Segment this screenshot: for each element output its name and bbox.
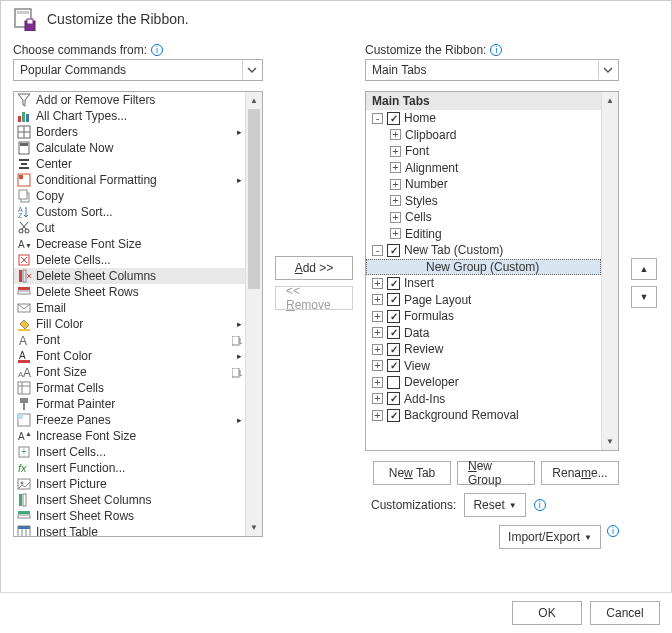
info-icon[interactable]: i (534, 499, 546, 511)
command-item[interactable]: AFont (14, 332, 262, 348)
expand-icon[interactable]: + (372, 294, 383, 305)
command-item[interactable]: Center (14, 156, 262, 172)
tree-item[interactable]: +Background Removal (366, 407, 601, 424)
expand-icon[interactable]: + (390, 195, 401, 206)
expand-icon[interactable]: + (390, 162, 401, 173)
checkbox[interactable] (387, 244, 400, 257)
expand-icon[interactable]: + (372, 410, 383, 421)
expand-icon[interactable]: + (390, 146, 401, 157)
command-item[interactable]: fxInsert Function... (14, 460, 262, 476)
command-item[interactable]: AZCustom Sort... (14, 204, 262, 220)
expand-icon[interactable]: + (372, 327, 383, 338)
expand-icon[interactable]: + (372, 311, 383, 322)
expand-icon[interactable]: + (390, 129, 401, 140)
command-item[interactable]: All Chart Types... (14, 108, 262, 124)
scroll-down-icon[interactable]: ▼ (602, 433, 618, 450)
move-up-button[interactable]: ▲ (631, 258, 657, 280)
expand-icon[interactable]: + (372, 360, 383, 371)
command-item[interactable]: AAFont Size (14, 364, 262, 380)
expand-icon[interactable]: + (372, 393, 383, 404)
expand-icon[interactable]: + (390, 179, 401, 190)
expand-icon[interactable]: + (372, 278, 383, 289)
command-item[interactable]: Email (14, 300, 262, 316)
scroll-down-icon[interactable]: ▼ (246, 519, 262, 536)
command-item[interactable]: Calculate Now (14, 140, 262, 156)
scrollbar[interactable]: ▲ ▼ (601, 92, 618, 450)
command-item[interactable]: A▼Decrease Font Size (14, 236, 262, 252)
command-item[interactable]: Cut (14, 220, 262, 236)
checkbox[interactable] (387, 310, 400, 323)
checkbox[interactable] (387, 392, 400, 405)
command-item[interactable]: Delete Cells... (14, 252, 262, 268)
command-item[interactable]: Conditional Formatting▸ (14, 172, 262, 188)
commands-listbox[interactable]: Add or Remove FiltersAll Chart Types...B… (13, 91, 263, 537)
checkbox[interactable] (387, 277, 400, 290)
command-item[interactable]: Delete Sheet Rows (14, 284, 262, 300)
collapse-icon[interactable]: - (372, 245, 383, 256)
command-item[interactable]: Insert Sheet Rows (14, 508, 262, 524)
checkbox[interactable] (387, 293, 400, 306)
info-icon[interactable]: i (607, 525, 619, 537)
tree-item[interactable]: +Developer (366, 374, 601, 391)
tree-item[interactable]: +Review (366, 341, 601, 358)
tree-item[interactable]: +Insert (366, 275, 601, 292)
tree-item[interactable]: +Alignment (366, 160, 601, 177)
collapse-icon[interactable]: - (372, 113, 383, 124)
command-item[interactable]: Format Painter (14, 396, 262, 412)
tree-item[interactable]: +Cells (366, 209, 601, 226)
scrollbar[interactable]: ▲ ▼ (245, 92, 262, 536)
tree-item[interactable]: New Group (Custom) (366, 259, 601, 276)
command-item[interactable]: Format Cells (14, 380, 262, 396)
command-item[interactable]: AFont Color▸ (14, 348, 262, 364)
new-group-button[interactable]: New Group (457, 461, 535, 485)
tree-item[interactable]: -New Tab (Custom) (366, 242, 601, 259)
expand-icon[interactable]: + (372, 377, 383, 388)
tree-item[interactable]: +Styles (366, 193, 601, 210)
scroll-thumb[interactable] (248, 109, 260, 289)
scroll-up-icon[interactable]: ▲ (602, 92, 618, 109)
tree-item[interactable]: +Page Layout (366, 292, 601, 309)
checkbox[interactable] (387, 376, 400, 389)
command-item[interactable]: Delete Sheet Columns (14, 268, 262, 284)
ribbon-scope-dropdown[interactable]: Main Tabs (365, 59, 619, 81)
command-item[interactable]: Insert Table (14, 524, 262, 536)
import-export-dropdown-button[interactable]: Import/Export▼ (499, 525, 601, 549)
new-tab-button[interactable]: New Tab (373, 461, 451, 485)
tree-item[interactable]: +Number (366, 176, 601, 193)
ribbon-tree[interactable]: Main Tabs -Home+Clipboard+Font+Alignment… (365, 91, 619, 451)
checkbox[interactable] (387, 326, 400, 339)
tree-item[interactable]: +Clipboard (366, 127, 601, 144)
commands-source-dropdown[interactable]: Popular Commands (13, 59, 263, 81)
cancel-button[interactable]: Cancel (590, 601, 660, 625)
command-item[interactable]: +Insert Cells... (14, 444, 262, 460)
checkbox[interactable] (387, 409, 400, 422)
info-icon[interactable]: i (151, 44, 163, 56)
tree-item[interactable]: -Home (366, 110, 601, 127)
command-item[interactable]: Insert Picture (14, 476, 262, 492)
remove-button[interactable]: << Remove (275, 286, 353, 310)
expand-icon[interactable]: + (372, 344, 383, 355)
rename-button[interactable]: Rename... (541, 461, 619, 485)
info-icon[interactable]: i (490, 44, 502, 56)
tree-item[interactable]: +Formulas (366, 308, 601, 325)
tree-item[interactable]: +Data (366, 325, 601, 342)
expand-icon[interactable]: + (390, 228, 401, 239)
command-item[interactable]: Copy (14, 188, 262, 204)
expand-icon[interactable]: + (390, 212, 401, 223)
tree-item[interactable]: +Editing (366, 226, 601, 243)
tree-item[interactable]: +View (366, 358, 601, 375)
command-item[interactable]: Add or Remove Filters (14, 92, 262, 108)
add-button[interactable]: Add >> (275, 256, 353, 280)
ok-button[interactable]: OK (512, 601, 582, 625)
checkbox[interactable] (387, 359, 400, 372)
tree-item[interactable]: +Add-Ins (366, 391, 601, 408)
command-item[interactable]: Borders▸ (14, 124, 262, 140)
command-item[interactable]: Insert Sheet Columns (14, 492, 262, 508)
command-item[interactable]: Freeze Panes▸ (14, 412, 262, 428)
reset-dropdown-button[interactable]: Reset▼ (464, 493, 525, 517)
checkbox[interactable] (387, 112, 400, 125)
checkbox[interactable] (387, 343, 400, 356)
tree-item[interactable]: +Font (366, 143, 601, 160)
command-item[interactable]: Fill Color▸ (14, 316, 262, 332)
move-down-button[interactable]: ▼ (631, 286, 657, 308)
